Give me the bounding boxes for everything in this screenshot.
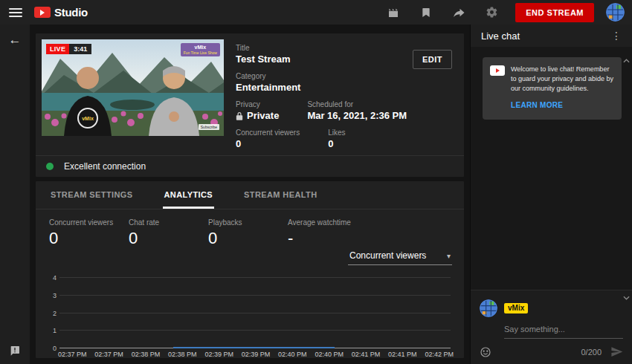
emoji-icon[interactable] bbox=[480, 346, 491, 358]
char-counter: 0/200 bbox=[581, 348, 602, 357]
chat-menu-icon[interactable]: ⋮ bbox=[608, 30, 625, 42]
chat-message-input[interactable]: Say something... bbox=[504, 322, 623, 339]
scroll-up-icon[interactable] bbox=[623, 53, 630, 66]
connection-status-dot bbox=[46, 163, 54, 170]
tab-stream-health[interactable]: STREAM HEALTH bbox=[242, 181, 319, 209]
svg-text:vMix: vMix bbox=[82, 116, 94, 121]
tabs-bar: STREAM SETTINGS ANALYTICS STREAM HEALTH bbox=[36, 181, 464, 209]
live-chat-header: Live chat ⋮ bbox=[471, 25, 632, 47]
settings-gear-icon[interactable] bbox=[484, 5, 499, 20]
bookmark-icon[interactable] bbox=[419, 5, 433, 20]
x-tick: 02:41 PM bbox=[388, 351, 417, 358]
chat-input-placeholder: Say something... bbox=[504, 325, 565, 334]
x-tick: 02:37 PM bbox=[94, 351, 123, 358]
metric-select-dropdown[interactable]: Concurrent viewers ▾ bbox=[348, 248, 452, 265]
top-bar: Studio END STREAM bbox=[0, 0, 632, 25]
youtube-play-icon bbox=[34, 7, 51, 18]
scroll-down-icon[interactable] bbox=[623, 290, 630, 303]
x-tick: 02:38 PM bbox=[132, 351, 161, 358]
live-chat-panel: Live chat ⋮ Welcome to live chat! Rememb… bbox=[470, 25, 632, 364]
welcome-message: Welcome to live chat! Remember to guard … bbox=[511, 65, 614, 94]
category-label: Category bbox=[236, 72, 300, 80]
x-tick: 02:40 PM bbox=[278, 351, 307, 358]
privacy-label: Privacy bbox=[236, 100, 279, 108]
account-avatar[interactable] bbox=[606, 3, 625, 22]
live-chat-title: Live chat bbox=[481, 30, 520, 42]
chat-welcome-card: Welcome to live chat! Remember to guard … bbox=[483, 57, 622, 120]
viewers-label: Concurrent viewers bbox=[236, 129, 300, 137]
menu-icon[interactable] bbox=[9, 8, 22, 17]
share-icon[interactable] bbox=[451, 5, 466, 20]
y-tick: 4 bbox=[48, 274, 57, 282]
live-badge: LIVE bbox=[46, 44, 69, 54]
chevron-down-icon: ▾ bbox=[447, 252, 451, 260]
gridline: 2 bbox=[59, 313, 451, 313]
gridline: 3 bbox=[59, 295, 451, 296]
chart-x-axis-labels: 02:37 PM 02:37 PM 02:38 PM 02:38 PM 02:3… bbox=[58, 351, 454, 358]
dropdown-selected-value: Concurrent viewers bbox=[349, 250, 426, 261]
metrics-row: Concurrent viewers 0 Chat rate 0 Playbac… bbox=[36, 209, 464, 248]
y-tick: 0 bbox=[48, 345, 57, 352]
learn-more-link[interactable]: LEARN MORE bbox=[511, 101, 563, 109]
chat-message-list[interactable]: Welcome to live chat! Remember to guard … bbox=[471, 47, 632, 290]
main-panel: vMix LIVE 3:41 vMix bbox=[30, 25, 470, 364]
subscribe-watermark: Subscribe bbox=[199, 124, 219, 130]
x-tick: 02:41 PM bbox=[352, 351, 381, 358]
film-icon[interactable] bbox=[386, 5, 401, 20]
connection-status-row: Excellent connection bbox=[36, 155, 464, 177]
send-icon[interactable] bbox=[610, 345, 623, 358]
likes-label: Likes bbox=[328, 129, 345, 137]
privacy-value: Private bbox=[247, 110, 279, 121]
metric-concurrent-viewers: Concurrent viewers 0 bbox=[49, 218, 129, 248]
thumbnail-logo: vMix Fun Time Live Show bbox=[181, 43, 220, 56]
analytics-card: STREAM SETTINGS ANALYTICS STREAM HEALTH … bbox=[36, 181, 464, 358]
x-tick: 02:39 PM bbox=[204, 351, 233, 358]
stream-preview-video[interactable]: vMix LIVE 3:41 vMix bbox=[42, 39, 224, 136]
viewers-value: 0 bbox=[236, 138, 300, 149]
gridline: 1 bbox=[59, 330, 451, 331]
feedback-icon[interactable] bbox=[9, 345, 21, 357]
end-stream-button[interactable]: END STREAM bbox=[515, 3, 594, 22]
stream-category: Entertainment bbox=[236, 82, 300, 93]
elapsed-time-badge: 3:41 bbox=[69, 44, 91, 54]
concurrent-viewers-chart: 4 3 2 1 0 bbox=[48, 277, 452, 348]
scheduled-label: Scheduled for bbox=[307, 100, 407, 108]
studio-logo[interactable]: Studio bbox=[34, 6, 88, 19]
metric-average-watchtime: Average watchtime - bbox=[288, 218, 367, 248]
tab-stream-settings[interactable]: STREAM SETTINGS bbox=[49, 181, 135, 209]
left-sidebar: ← bbox=[0, 25, 30, 364]
chat-username-badge: vMix bbox=[504, 303, 528, 313]
chat-input-area: vMix Say something... 0/200 bbox=[471, 290, 632, 364]
youtube-studio-app: Studio END STREAM ← bbox=[0, 0, 632, 364]
likes-value: 0 bbox=[328, 138, 345, 149]
tab-analytics[interactable]: ANALYTICS bbox=[163, 181, 215, 209]
lock-icon bbox=[236, 111, 243, 120]
chat-user-avatar bbox=[480, 299, 497, 317]
gridline: 4 bbox=[59, 277, 451, 278]
x-tick: 02:40 PM bbox=[315, 351, 344, 358]
x-tick: 02:38 PM bbox=[168, 351, 197, 358]
youtube-icon bbox=[490, 65, 505, 76]
y-tick: 1 bbox=[48, 327, 57, 334]
x-tick: 02:39 PM bbox=[242, 351, 271, 358]
brand-name: Studio bbox=[54, 6, 88, 19]
x-tick: 02:37 PM bbox=[58, 351, 87, 358]
scheduled-value: Mar 16, 2021, 2:36 PM bbox=[307, 110, 407, 121]
edit-button[interactable]: EDIT bbox=[413, 50, 452, 69]
stream-info-card: vMix LIVE 3:41 vMix bbox=[36, 33, 464, 177]
connection-status-text: Excellent connection bbox=[64, 161, 146, 172]
y-tick: 3 bbox=[48, 292, 57, 299]
chart-data-line bbox=[173, 347, 335, 348]
x-tick: 02:42 PM bbox=[425, 351, 454, 358]
metric-chat-rate: Chat rate 0 bbox=[129, 218, 208, 248]
back-arrow-icon[interactable]: ← bbox=[9, 33, 22, 46]
metric-playbacks: Playbacks 0 bbox=[208, 218, 288, 248]
y-tick: 2 bbox=[48, 310, 57, 317]
